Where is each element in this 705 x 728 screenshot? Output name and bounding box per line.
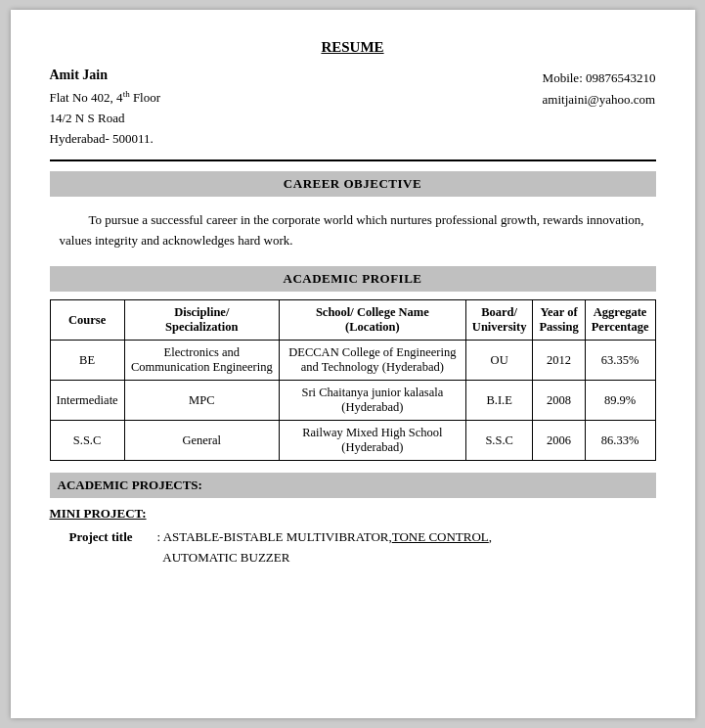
cell-school: DECCAN College of Engineering and Techno… xyxy=(279,341,465,381)
header-section: Amit Jain Flat No 402, 4th Floor 14/2 N … xyxy=(50,68,656,150)
cell-discipline: Electronics and Communication Engineerin… xyxy=(124,341,279,381)
mobile-label: Mobile: xyxy=(543,70,583,85)
cell-year: 2008 xyxy=(533,381,585,421)
table-header-row: Course Discipline/Specialization School/… xyxy=(50,300,655,341)
col-aggregate: AggregatePercentage xyxy=(585,300,655,341)
cell-discipline: General xyxy=(124,421,279,461)
cell-school: Sri Chaitanya junior kalasala (Hyderabad… xyxy=(279,381,465,421)
col-school: School/ College Name(Location) xyxy=(279,300,465,341)
cell-board: S.S.C xyxy=(465,421,533,461)
cell-board: B.I.E xyxy=(465,381,533,421)
cell-aggregate: 63.35% xyxy=(585,341,655,381)
cell-discipline: MPC xyxy=(124,381,279,421)
academic-profile-header: ACADEMIC PROFILE xyxy=(50,266,656,292)
project-title-row: Project title : ASTABLE-BISTABLE MULTIVI… xyxy=(69,527,656,569)
col-year: Year ofPassing xyxy=(533,300,585,341)
academic-table: Course Discipline/Specialization School/… xyxy=(50,299,656,461)
academic-projects-header: ACADEMIC PROJECTS: xyxy=(50,473,656,498)
header-divider xyxy=(50,159,656,161)
cell-school: Railway Mixed High School (Hyderabad) xyxy=(279,421,465,461)
cell-course: BE xyxy=(50,341,124,381)
mobile-number: 09876543210 xyxy=(586,70,656,85)
address-line1: Flat No 402, 4th Floor xyxy=(50,87,161,109)
email-line: amitjaini@yahoo.com xyxy=(543,89,656,111)
objective-text: To pursue a successful career in the cor… xyxy=(50,205,656,257)
cell-course: Intermediate xyxy=(50,381,124,421)
mobile-line: Mobile: 09876543210 xyxy=(543,68,656,89)
contact-block: Mobile: 09876543210 amitjaini@yahoo.com xyxy=(543,68,656,111)
cell-aggregate: 89.9% xyxy=(585,381,655,421)
table-row: Intermediate MPC Sri Chaitanya junior ka… xyxy=(50,381,655,421)
address-line3: Hyderabad- 500011. xyxy=(50,129,161,150)
table-row: BE Electronics and Communication Enginee… xyxy=(50,341,655,381)
col-discipline: Discipline/Specialization xyxy=(124,300,279,341)
table-row: S.S.C General Railway Mixed High School … xyxy=(50,421,655,461)
career-objective-header: CAREER OBJECTIVE xyxy=(50,171,656,197)
cell-board: OU xyxy=(465,341,533,381)
col-course: Course xyxy=(50,300,124,341)
project-title-label: Project title xyxy=(69,527,157,569)
cell-aggregate: 86.33% xyxy=(585,421,655,461)
resume-title: RESUME xyxy=(50,39,656,56)
cell-course: S.S.C xyxy=(50,421,124,461)
mini-project-label: MINI PROJECT: xyxy=(50,506,656,522)
cell-year: 2012 xyxy=(533,341,585,381)
resume-page: RESUME Amit Jain Flat No 402, 4th Floor … xyxy=(11,10,695,718)
address-block: Amit Jain Flat No 402, 4th Floor 14/2 N … xyxy=(50,68,161,150)
project-title-value: : ASTABLE-BISTABLE MULTIVIBRATOR,TONE CO… xyxy=(157,527,656,569)
full-name: Amit Jain xyxy=(50,68,161,83)
col-board: Board/University xyxy=(465,300,533,341)
cell-year: 2006 xyxy=(533,421,585,461)
address-line2: 14/2 N S Road xyxy=(50,109,161,129)
